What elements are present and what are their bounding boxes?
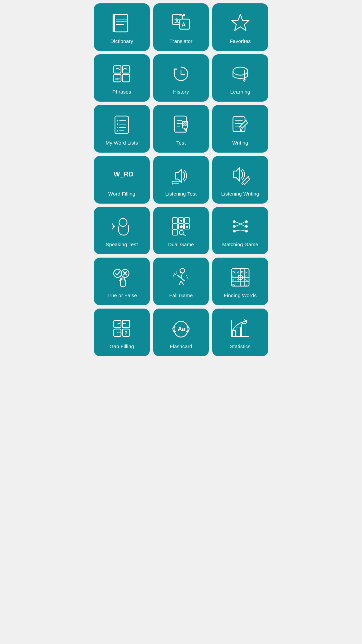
tile-dictionary[interactable]: Dictionary: [94, 3, 150, 51]
svg-text:D: D: [232, 274, 235, 278]
test-icon: [169, 113, 193, 137]
tile-matching-game[interactable]: Matching Game: [212, 207, 268, 255]
svg-rect-117: [232, 330, 236, 336]
svg-line-49: [240, 127, 241, 131]
svg-line-89: [173, 273, 175, 277]
gap-filling-label: Gap Filling: [110, 343, 134, 350]
svg-point-71: [180, 220, 182, 222]
svg-point-79: [114, 269, 122, 277]
svg-point-55: [172, 181, 173, 182]
tile-true-or-false[interactable]: True or False: [94, 258, 150, 305]
tile-history[interactable]: History: [153, 54, 209, 102]
listening-test-icon: [169, 164, 193, 187]
writing-label: Writing: [232, 140, 248, 146]
svg-rect-16: [122, 74, 130, 82]
translator-icon: 文 A: [169, 11, 193, 35]
finding-words-icon: W O R D D D R O W W S: [229, 266, 252, 289]
tile-favorites[interactable]: Favorites: [212, 3, 268, 51]
tile-flashcard[interactable]: Aa Flashcard: [153, 309, 209, 356]
tile-fall-game[interactable]: Fall Game: [153, 258, 209, 305]
svg-point-72: [186, 226, 188, 228]
fall-game-icon: [169, 266, 193, 289]
svg-line-91: [186, 275, 188, 279]
svg-rect-61: [172, 218, 178, 223]
tile-statistics[interactable]: Statistics: [212, 309, 268, 356]
svg-line-88: [181, 281, 184, 285]
learning-icon: [229, 62, 252, 86]
svg-point-83: [180, 268, 185, 273]
svg-point-77: [245, 225, 248, 228]
tile-phrases[interactable]: Phrases: [94, 54, 150, 102]
svg-point-25: [117, 120, 118, 121]
svg-line-50: [241, 128, 242, 131]
svg-rect-13: [114, 66, 121, 73]
word-filling-icon: W_RD: [110, 164, 133, 187]
translator-label: Translator: [170, 38, 192, 44]
tile-learning[interactable]: Learning: [212, 54, 268, 102]
svg-line-59: [242, 183, 243, 185]
svg-rect-64: [172, 224, 178, 229]
svg-line-90: [176, 271, 177, 275]
svg-text:W: W: [245, 279, 248, 282]
history-icon: [169, 62, 193, 86]
tile-gap-filling[interactable]: ? Gap Filling: [94, 309, 150, 356]
listening-test-label: Listening Test: [165, 191, 197, 197]
flashcard-label: Flashcard: [170, 343, 192, 350]
svg-text:D: D: [245, 274, 248, 278]
fall-game-label: Fall Game: [169, 292, 193, 299]
svg-text:D: D: [245, 270, 248, 273]
tile-dual-game[interactable]: Dual Game: [153, 207, 209, 255]
test-label: Test: [176, 140, 186, 146]
svg-point-27: [117, 127, 118, 128]
tile-listening-test[interactable]: Listening Test: [153, 156, 209, 204]
svg-text:A: A: [182, 22, 186, 28]
speaking-test-icon: [110, 215, 133, 238]
svg-rect-119: [242, 324, 245, 336]
true-or-false-label: True or False: [107, 292, 137, 299]
matching-game-icon: [229, 215, 252, 238]
svg-text:O: O: [237, 270, 239, 273]
svg-point-74: [233, 225, 236, 228]
svg-point-56: [172, 183, 173, 184]
svg-text:O: O: [237, 279, 239, 282]
tile-writing[interactable]: Writing: [212, 105, 268, 153]
tile-listening-writing[interactable]: Listening Writing: [212, 156, 268, 204]
svg-rect-67: [172, 230, 178, 235]
my-word-lists-label: My Word Lists: [106, 140, 138, 146]
svg-text:R: R: [241, 270, 243, 273]
svg-line-86: [181, 278, 184, 281]
learning-label: Learning: [230, 89, 250, 95]
svg-text:文: 文: [174, 17, 180, 23]
svg-rect-118: [237, 327, 240, 336]
tile-finding-words[interactable]: W O R D D D R O W W S Finding Words: [212, 258, 268, 305]
history-label: History: [173, 89, 189, 95]
dual-game-label: Dual Game: [168, 241, 194, 248]
svg-marker-57: [234, 168, 240, 181]
svg-marker-12: [232, 14, 249, 31]
tile-translator[interactable]: 文 A Translator: [153, 3, 209, 51]
tile-speaking-test[interactable]: Speaking Test: [94, 207, 150, 255]
svg-line-87: [179, 281, 181, 285]
dual-game-icon: [169, 215, 193, 238]
svg-text:W: W: [232, 270, 235, 273]
svg-text:?: ?: [124, 330, 128, 336]
speaking-test-label: Speaking Test: [106, 241, 138, 248]
svg-point-60: [119, 218, 127, 226]
svg-text:Aa: Aa: [178, 326, 186, 332]
svg-text:S: S: [245, 283, 247, 286]
svg-rect-63: [184, 218, 190, 223]
app-grid: Dictionary 文 A Translator Favorites: [90, 0, 272, 360]
svg-point-70: [180, 225, 183, 228]
tile-my-word-lists[interactable]: My Word Lists: [94, 105, 150, 153]
favorites-icon: [229, 11, 252, 35]
tile-word-filling[interactable]: W_RD Word Filling: [94, 156, 150, 204]
statistics-icon: [229, 317, 252, 340]
svg-line-84: [181, 273, 182, 278]
svg-point-26: [117, 123, 118, 125]
my-word-lists-icon: [110, 113, 133, 137]
svg-rect-0: [114, 14, 128, 32]
phrases-label: Phrases: [112, 89, 131, 95]
tile-test[interactable]: Test: [153, 105, 209, 153]
svg-point-21: [233, 67, 248, 75]
svg-line-85: [178, 275, 181, 278]
